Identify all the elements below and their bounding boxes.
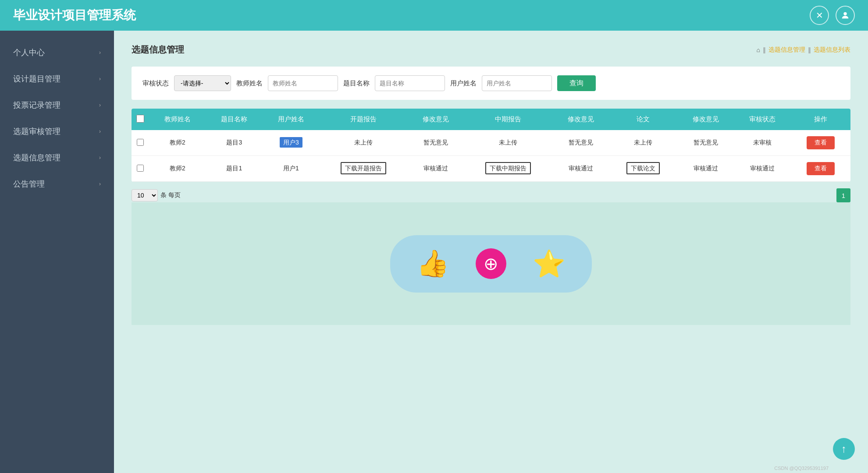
status-label: 审核状态 [142,79,169,88]
cell-paper: 未上传 [609,130,677,156]
status-select[interactable]: -请选择- [174,75,231,91]
icon-bubble: 👍 ⊕ ⭐ [390,235,592,293]
cell-mid-report: 未上传 [464,130,552,156]
per-page-label: 条 每页 [160,191,181,199]
search-button[interactable]: 查询 [557,75,596,91]
select-all-checkbox[interactable] [136,115,144,123]
view-button[interactable]: 查看 [807,136,835,149]
col-teacher: 教师姓名 [149,109,206,130]
cell-open-report: 未上传 [320,130,408,156]
teacher-name-label: 教师姓名 [236,79,263,88]
user-name-label: 用户姓名 [450,79,477,88]
star-icon: ⭐ [533,248,566,279]
col-open-opinion: 修改意见 [407,109,464,130]
sidebar-item-topic-info-management[interactable]: 选题信息管理 › [0,145,114,171]
sidebar: 个人中心 › 设计题目管理 › 投票记录管理 › 选题审核管理 › 选题信息管理… [0,31,114,473]
bottom-decorative-area: 👍 ⊕ ⭐ [132,202,850,325]
cell-status: 审核通过 [734,156,791,182]
download-open-report-link[interactable]: 下载开题报告 [341,162,386,174]
csdn-watermark: CSDN @QQ3295391197 [774,466,829,471]
sidebar-item-design-topic-management[interactable]: 设计题目管理 › [0,66,114,92]
row-checkbox[interactable] [137,165,144,172]
cell-paper-opinion: 暂无意见 [677,130,734,156]
col-paper: 论文 [609,109,677,130]
breadcrumb-parent[interactable]: 选题信息管理 [768,46,805,54]
topic-name-label: 题目名称 [343,79,370,88]
table-row: 教师2 题目1 用户1 下载开题报告 审核通过 下载中期报告 审核通过 下载论文… [132,156,850,182]
cell-mid-report[interactable]: 下载中期报告 [464,156,552,182]
cell-topic: 题目1 [206,156,263,182]
col-mid-opinion: 修改意见 [552,109,609,130]
search-bar: 审核状态 -请选择- 教师姓名 题目名称 用户姓名 查询 [132,67,850,100]
cell-mid-opinion: 暂无意见 [552,130,609,156]
pagination-numbers: 1 [836,188,850,202]
breadcrumb-separator-2: ‖ [808,46,811,53]
cell-paper[interactable]: 下载论文 [609,156,677,182]
cell-user: 用户1 [263,156,320,182]
home-icon: ⌂ [757,46,760,53]
sidebar-item-topic-review-management[interactable]: 选题审核管理 › [0,118,114,145]
sidebar-item-personal-center[interactable]: 个人中心 › [0,39,114,66]
svg-point-0 [843,12,847,15]
table-row: 教师2 题目3 用户3 未上传 暂无意见 未上传 暂无意见 未上传 暂无意见 未… [132,130,850,156]
chevron-right-icon: › [99,181,101,187]
cell-teacher: 教师2 [149,130,206,156]
view-button[interactable]: 查看 [807,162,835,175]
app-title: 毕业设计项目管理系统 [13,7,136,24]
chevron-right-icon: › [99,102,101,108]
page-title: 选题信息管理 [132,44,184,56]
cell-teacher: 教师2 [149,156,206,182]
close-button[interactable]: ✕ [810,6,829,25]
scroll-top-button[interactable]: ↑ [833,438,855,460]
col-mid-report: 中期报告 [464,109,552,130]
col-action: 操作 [791,109,850,130]
data-table: 教师姓名 题目名称 用户姓名 开题报告 修改意见 中期报告 修改意见 论文 修改… [132,109,850,182]
breadcrumb: ⌂ ‖ 选题信息管理 ‖ 选题信息列表 [757,46,850,54]
breadcrumb-separator: ‖ [763,46,766,53]
cell-mid-opinion: 审核通过 [552,156,609,182]
download-paper-link[interactable]: 下载论文 [626,162,660,174]
breadcrumb-bar: 选题信息管理 ⌂ ‖ 选题信息管理 ‖ 选题信息列表 [132,44,850,56]
main-content: 选题信息管理 ⌂ ‖ 选题信息管理 ‖ 选题信息列表 审核状态 -请选择- 教师… [114,31,868,473]
pagination-bar: 10 20 50 条 每页 1 [132,188,850,202]
cell-user: 用户3 [263,130,320,156]
col-paper-opinion: 修改意见 [677,109,734,130]
thumbs-up-icon: 👍 [416,251,449,277]
chevron-right-icon: › [99,76,101,82]
col-status: 审核状态 [734,109,791,130]
sidebar-item-vote-record-management[interactable]: 投票记录管理 › [0,92,114,118]
header: 毕业设计项目管理系统 ✕ [0,0,868,31]
chevron-right-icon: › [99,49,101,56]
teacher-name-input[interactable] [268,75,338,91]
user-name-input[interactable] [482,75,552,91]
user-button[interactable] [836,6,855,25]
cell-open-report[interactable]: 下载开题报告 [320,156,408,182]
cell-open-opinion: 暂无意见 [407,130,464,156]
col-open-report: 开题报告 [320,109,408,130]
chevron-right-icon: › [99,128,101,134]
layout: 个人中心 › 设计题目管理 › 投票记录管理 › 选题审核管理 › 选题信息管理… [0,31,868,473]
person-icon: ⊕ [476,248,506,279]
cell-status: 未审核 [734,130,791,156]
cell-paper-opinion: 审核通过 [677,156,734,182]
chevron-right-icon: › [99,155,101,161]
breadcrumb-current[interactable]: 选题信息列表 [814,46,850,54]
download-mid-report-link[interactable]: 下载中期报告 [485,162,531,174]
data-table-container: 教师姓名 题目名称 用户姓名 开题报告 修改意见 中期报告 修改意见 论文 修改… [132,109,850,182]
page-1-button[interactable]: 1 [836,188,850,202]
col-user: 用户姓名 [263,109,320,130]
cell-topic: 题目3 [206,130,263,156]
user-highlight: 用户3 [280,137,302,148]
per-page-select[interactable]: 10 20 50 [132,189,158,201]
row-checkbox[interactable] [137,139,144,146]
sidebar-item-announcement-management[interactable]: 公告管理 › [0,171,114,197]
col-topic: 题目名称 [206,109,263,130]
cell-open-opinion: 审核通过 [407,156,464,182]
topic-name-input[interactable] [375,75,445,91]
header-icons: ✕ [810,6,855,25]
